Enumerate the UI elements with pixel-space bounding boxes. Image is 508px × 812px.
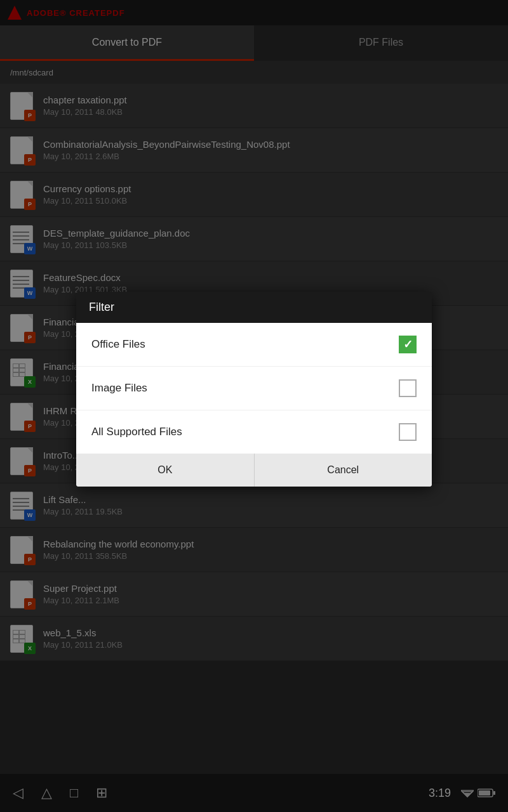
option-label-all: All Supported Files (91, 426, 182, 438)
checkmark-office: ✓ (403, 337, 413, 351)
option-label-office: Office Files (91, 338, 145, 351)
filter-dialog: Filter Office Files ✓ Image Files All Su… (76, 292, 432, 487)
filter-option-office[interactable]: Office Files ✓ (76, 323, 432, 367)
dialog-options: Office Files ✓ Image Files All Supported… (76, 323, 432, 454)
dialog-title-bar: Filter (76, 292, 432, 323)
checkbox-all[interactable] (399, 423, 417, 441)
dialog-title: Filter (89, 301, 114, 313)
checkbox-office[interactable]: ✓ (399, 336, 417, 353)
option-label-image: Image Files (91, 382, 147, 395)
filter-option-image[interactable]: Image Files (76, 367, 432, 410)
filter-option-all[interactable]: All Supported Files (76, 410, 432, 454)
cancel-button[interactable]: Cancel (255, 454, 432, 487)
ok-button[interactable]: OK (76, 454, 255, 487)
dialog-buttons: OK Cancel (76, 454, 432, 487)
checkbox-image[interactable] (399, 379, 417, 397)
